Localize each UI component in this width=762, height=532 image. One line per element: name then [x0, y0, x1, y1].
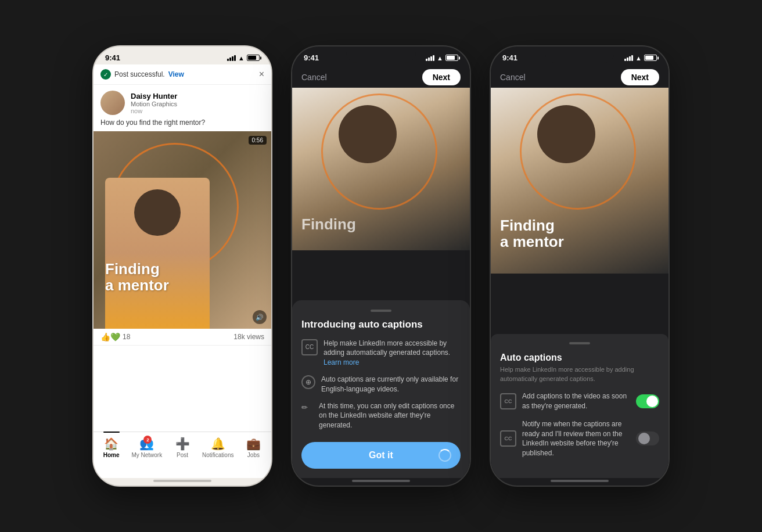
notch-3 [545, 46, 614, 63]
phone3-screen: Cancel Next Finding a mentor Auto captio… [491, 64, 668, 478]
preview-person [339, 105, 397, 163]
signal-icon-3 [624, 55, 633, 61]
nav-item-jobs[interactable]: 💼 Jobs [236, 437, 271, 458]
wifi-icon-1: ▲ [238, 55, 245, 62]
settings-text-2: Notify me when the captions are ready an… [522, 419, 630, 458]
modal-handle [371, 310, 391, 312]
modal-panel-2: Introducing auto captions CC Help make L… [292, 300, 470, 478]
nav-home-label: Home [103, 452, 120, 458]
modal-row-2: ⊕ Auto captions are currently only avail… [301, 375, 461, 394]
success-icon: ✓ [100, 69, 111, 80]
video-container[interactable]: Finding a mentor 0:56 🔊 [94, 131, 271, 329]
preview-title: Finding [301, 216, 356, 233]
post-content: How do you find the right mentor? [94, 118, 271, 131]
modal-row-1: CC Help make LinkedIn more accessible by… [301, 339, 461, 368]
wifi-icon-3: ▲ [635, 55, 642, 62]
notification-text: Post successful. [114, 70, 165, 78]
video-preview-3: Finding a mentor [491, 88, 668, 274]
signal-icon-1 [227, 55, 236, 61]
nav-item-network[interactable]: 👥 2 My Network [129, 437, 164, 458]
video-timer: 0:56 [249, 136, 267, 145]
preview-title-3: Finding a mentor [500, 217, 564, 250]
status-time-1: 9:41 [105, 53, 120, 62]
video-person [105, 178, 210, 329]
globe-icon: ⊕ [301, 375, 315, 389]
battery-icon-2 [445, 55, 458, 61]
views-count: 18k views [233, 333, 264, 341]
modal-text-2: Auto captions are currently only availab… [321, 375, 461, 394]
status-time-2: 9:41 [304, 53, 319, 62]
battery-icon-3 [644, 55, 657, 61]
bottom-nav: 🏠 Home 👥 2 My Network ➕ Post 🔔 Notificat… [94, 432, 271, 478]
cc-icon-1: CC [301, 339, 318, 355]
settings-row-1: CC Add captions to the video as soon as … [500, 391, 659, 411]
status-icons-1: ▲ [227, 55, 260, 62]
phone2-screen: Cancel Next Finding Introducing auto cap… [292, 64, 470, 478]
author-name: Daisy Hunter [131, 92, 264, 100]
cancel-button-2[interactable]: Cancel [301, 73, 327, 82]
phone1-screen: ✓ Post successful. View × Daisy Hunter M… [94, 64, 271, 478]
nav-jobs-label: Jobs [247, 452, 260, 458]
video-title: Finding a mentor [105, 261, 169, 294]
modal-row-3: ✏ At this time, you can only edit captio… [301, 401, 461, 430]
cc-icon-3: CC [500, 430, 516, 447]
notifications-icon: 🔔 [211, 437, 225, 451]
settings-handle [569, 342, 590, 344]
got-it-button[interactable]: Got it [301, 442, 461, 469]
toggle-notify-off[interactable] [636, 432, 659, 445]
wifi-icon-2: ▲ [437, 55, 443, 62]
nav-item-post[interactable]: ➕ Post [164, 437, 200, 458]
home-indicator-1 [153, 480, 211, 482]
settings-panel: Auto captions Help make LinkedIn more ac… [491, 334, 668, 478]
next-button-2[interactable]: Next [422, 69, 461, 85]
notch-2 [346, 46, 416, 63]
reaction-icons: 👍 💚 [100, 332, 120, 342]
status-icons-2: ▲ [426, 55, 458, 62]
modal-title: Introducing auto captions [301, 319, 461, 330]
settings-text-1: Add captions to the video as soon as the… [522, 391, 630, 411]
settings-subtitle: Help make LinkedIn more accessible by ad… [500, 365, 659, 383]
post-header: Daisy Hunter Motion Graphics now [94, 85, 271, 118]
post-time: now [131, 107, 264, 114]
avatar [100, 91, 125, 115]
phone2-nav: Cancel Next [292, 64, 470, 88]
author-title: Motion Graphics [131, 100, 264, 107]
post-icon: ➕ [175, 437, 190, 451]
phone-1: 9:41 ▲ ✓ Post successful. View × [92, 45, 272, 487]
preview-person-3 [537, 105, 595, 163]
phone3-nav: Cancel Next [491, 64, 668, 88]
modal-text-1: Help make LinkedIn more accessible by ad… [324, 339, 461, 368]
cc-icon-2: CC [500, 393, 516, 409]
home-indicator-3 [551, 480, 609, 482]
notch-1 [148, 46, 217, 63]
settings-title: Auto captions [500, 353, 659, 363]
nav-notifications-label: Notifications [202, 452, 233, 458]
learn-more-link[interactable]: Learn more [324, 358, 359, 366]
loading-spinner [438, 449, 451, 462]
jobs-icon: 💼 [246, 437, 261, 451]
nav-item-notifications[interactable]: 🔔 Notifications [200, 437, 236, 458]
home-indicator-2 [352, 480, 410, 482]
pencil-icon: ✏ [301, 403, 313, 415]
phone-3: 9:41 ▲ Cancel Next Fin [490, 45, 670, 487]
reactions-bar: 👍 💚 18 18k views [94, 329, 271, 346]
modal-text-3: At this time, you can only edit captions… [319, 401, 461, 430]
notification-view-link[interactable]: View [168, 70, 184, 78]
nav-item-home[interactable]: 🏠 Home [94, 437, 129, 458]
video-preview-2: Finding [292, 88, 470, 250]
signal-icon-2 [426, 55, 434, 61]
battery-icon-1 [247, 55, 260, 61]
status-time-3: 9:41 [502, 53, 517, 62]
nav-network-label: My Network [131, 452, 162, 458]
reactions-count: 18 [123, 333, 130, 341]
settings-row-2: CC Notify me when the captions are ready… [500, 419, 659, 458]
close-icon[interactable]: × [259, 69, 264, 80]
notification-bar: ✓ Post successful. View × [94, 64, 271, 85]
sound-icon[interactable]: 🔊 [253, 310, 267, 324]
cancel-button-3[interactable]: Cancel [500, 73, 526, 82]
home-icon: 🏠 [104, 437, 118, 451]
nav-post-label: Post [177, 452, 188, 458]
next-button-3[interactable]: Next [621, 69, 659, 85]
toggle-captions-on[interactable] [636, 394, 659, 408]
status-icons-3: ▲ [624, 55, 657, 62]
